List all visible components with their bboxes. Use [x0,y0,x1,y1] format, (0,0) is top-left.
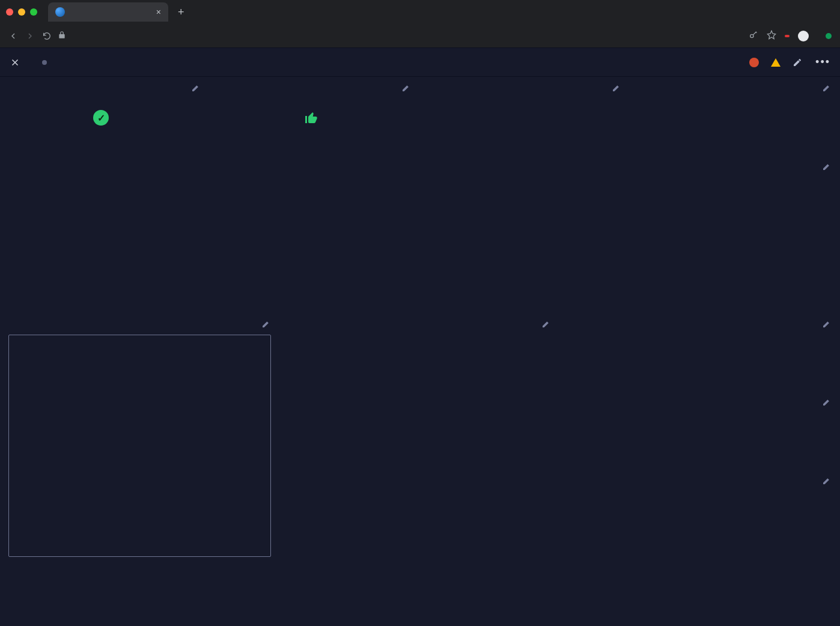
metric-value [639,93,832,144]
pencil-icon [793,58,802,67]
card-edit-icon[interactable] [401,83,411,93]
efficiency-tank [8,335,271,557]
alert-icon [749,58,759,67]
new-tab-button[interactable]: + [174,6,188,19]
address-bar[interactable] [58,31,743,41]
card-quality [281,313,560,626]
card-edit-icon[interactable] [822,83,832,93]
temp-line-chart[interactable] [569,485,832,626]
edit-button[interactable] [793,58,806,67]
star-icon[interactable] [767,30,776,41]
card-edit-icon[interactable] [822,319,832,329]
quality-gauge [306,347,534,539]
alert-badge[interactable] [749,58,761,67]
card-edit-icon[interactable] [822,162,832,171]
forward-icon[interactable] [25,31,35,41]
window-controls[interactable] [6,8,37,16]
card-max-weight [561,313,840,390]
card-temp [561,470,840,626]
browser-tabs: × + [0,0,840,24]
more-menu-icon[interactable]: ••• [815,56,830,68]
app-header: ••• [0,48,840,77]
browser-right-controls [749,30,832,41]
card-edit-icon[interactable] [261,319,271,329]
check-circle-icon: ✓ [93,110,109,126]
card-efficiency [0,313,279,626]
card-weight-status: ✓ [0,77,209,154]
metric-value [429,93,621,144]
card-edit-icon[interactable] [541,319,551,329]
browser-toolbar [0,24,840,48]
card-min-weight [561,391,840,469]
dashboard-grid: ✓ [0,77,840,626]
maximize-window-dot[interactable] [30,8,37,16]
status-dot [826,33,832,39]
extension-badge[interactable] [785,35,790,37]
card-edit-icon[interactable] [612,83,621,93]
reload-icon[interactable] [42,31,52,41]
nav-buttons [8,31,52,41]
card-edit-icon[interactable] [822,476,832,485]
back-icon[interactable] [8,31,18,41]
close-window-dot[interactable] [6,8,13,16]
warning-badge[interactable] [771,58,783,67]
browser-tab[interactable]: × [48,2,168,22]
minimize-window-dot[interactable] [18,8,25,16]
key-icon[interactable] [749,30,758,41]
card-total-quantity [421,77,630,154]
close-dashboard-icon[interactable] [10,57,20,68]
card-weight-chart [0,156,840,312]
lock-icon [58,31,66,41]
close-tab-icon[interactable]: × [156,7,161,17]
unsaved-indicator [42,60,47,65]
weight-line-chart[interactable] [8,171,832,313]
card-edit-icon[interactable] [822,397,832,407]
warning-icon [771,58,781,67]
thumbs-up-icon [304,111,318,125]
card-edit-icon[interactable] [191,83,201,93]
profile-avatar[interactable] [798,31,809,41]
card-production-level [210,77,419,154]
card-weight-value [631,77,840,154]
tab-favicon [55,7,65,17]
svg-point-0 [750,34,753,37]
